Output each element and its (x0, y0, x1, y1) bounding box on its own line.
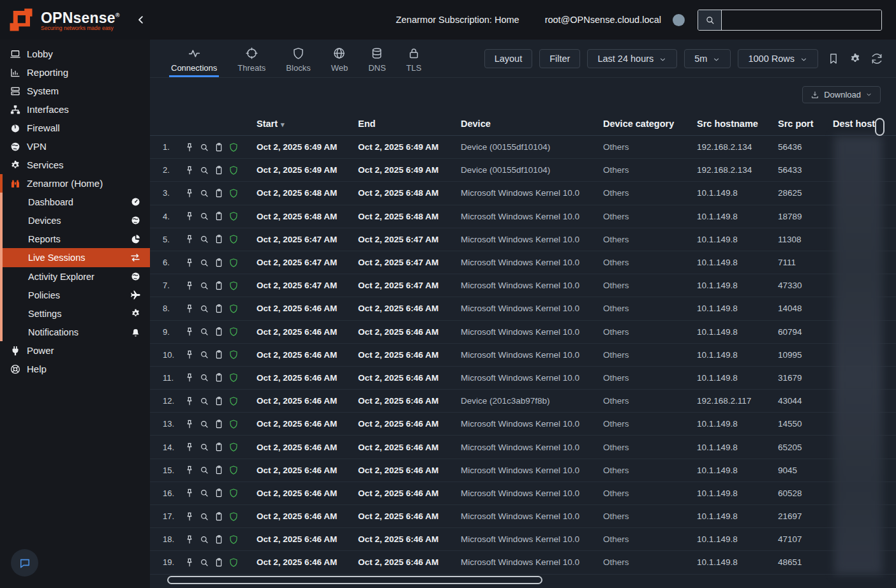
clipboard-icon[interactable] (214, 281, 224, 291)
shield-icon[interactable] (228, 188, 239, 198)
sidebar-item-reporting[interactable]: Reporting (0, 63, 150, 82)
download-button[interactable]: Download (802, 86, 881, 103)
layout-button[interactable]: Layout (484, 49, 533, 68)
col-header-end[interactable]: End (358, 119, 461, 129)
pin-icon[interactable] (184, 281, 195, 291)
search-input[interactable] (722, 10, 881, 30)
sidebar-collapse-button[interactable] (135, 14, 147, 26)
horizontal-scrollbar-thumb[interactable] (167, 576, 542, 584)
tab-threats[interactable]: Threats (235, 40, 267, 77)
inspect-icon[interactable] (199, 281, 209, 291)
inspect-icon[interactable] (199, 465, 209, 475)
pin-icon[interactable] (184, 534, 195, 545)
tab-dns[interactable]: DNS (366, 40, 387, 77)
pin-icon[interactable] (184, 349, 195, 360)
inspect-icon[interactable] (199, 511, 209, 522)
sidebar-item-power[interactable]: Power (0, 341, 150, 360)
pin-icon[interactable] (184, 211, 195, 221)
table-row[interactable]: 4. Oct 2, 2025 6:48 AM Oct 2, 2025 6:48 … (150, 205, 896, 228)
rows-dropdown[interactable]: 1000 Rows (738, 49, 818, 68)
shield-icon[interactable] (228, 211, 239, 221)
status-dot[interactable] (673, 14, 685, 26)
shield-icon[interactable] (228, 281, 239, 291)
shield-icon[interactable] (228, 442, 239, 452)
table-row[interactable]: 7. Oct 2, 2025 6:47 AM Oct 2, 2025 6:47 … (150, 274, 896, 297)
clipboard-icon[interactable] (214, 165, 224, 175)
sidebar-item-system[interactable]: System (0, 82, 150, 100)
interval-dropdown[interactable]: 5m (684, 49, 731, 68)
shield-icon[interactable] (228, 165, 239, 175)
col-header-device[interactable]: Device (461, 119, 603, 129)
pin-icon[interactable] (184, 327, 195, 337)
inspect-icon[interactable] (199, 327, 209, 337)
settings-gear-icon[interactable] (849, 52, 862, 65)
table-row[interactable]: 13. Oct 2, 2025 6:46 AM Oct 2, 2025 6:46… (150, 413, 896, 436)
clipboard-icon[interactable] (214, 211, 224, 221)
clipboard-icon[interactable] (214, 258, 224, 268)
clipboard-icon[interactable] (214, 511, 224, 522)
clipboard-icon[interactable] (214, 349, 224, 360)
sidebar-item-zenarmor[interactable]: Zenarmor (Home) (0, 174, 150, 193)
table-row[interactable]: 5. Oct 2, 2025 6:47 AM Oct 2, 2025 6:47 … (150, 228, 896, 251)
table-row[interactable]: 10. Oct 2, 2025 6:46 AM Oct 2, 2025 6:46… (150, 344, 896, 367)
clipboard-icon[interactable] (214, 534, 224, 545)
sidebar-item-dashboard[interactable]: Dashboard (0, 193, 150, 211)
shield-icon[interactable] (228, 234, 239, 244)
table-row[interactable]: 17. Oct 2, 2025 6:46 AM Oct 2, 2025 6:46… (150, 505, 896, 528)
shield-icon[interactable] (228, 372, 239, 383)
pin-icon[interactable] (184, 304, 195, 314)
tab-web[interactable]: Web (329, 40, 350, 77)
clipboard-icon[interactable] (214, 234, 224, 244)
sidebar-item-lobby[interactable]: Lobby (0, 45, 150, 63)
table-row[interactable]: 19. Oct 2, 2025 6:46 AM Oct 2, 2025 6:46… (150, 551, 896, 574)
opnsense-logo[interactable]: OPNsense® Securing networks made easy (8, 6, 120, 33)
sidebar-item-interfaces[interactable]: Interfaces (0, 100, 150, 119)
pin-icon[interactable] (184, 511, 195, 522)
clipboard-icon[interactable] (214, 419, 224, 429)
shield-icon[interactable] (228, 511, 239, 522)
clipboard-icon[interactable] (214, 372, 224, 383)
inspect-icon[interactable] (199, 211, 209, 221)
bookmark-icon[interactable] (827, 52, 840, 65)
inspect-icon[interactable] (199, 304, 209, 314)
sidebar-item-devices[interactable]: Devices (0, 211, 150, 230)
pin-icon[interactable] (184, 557, 195, 568)
col-header-src-hostname[interactable]: Src hostname (697, 119, 778, 129)
pin-icon[interactable] (184, 465, 195, 475)
pin-icon[interactable] (184, 188, 195, 198)
col-header-start[interactable]: Start▾ (257, 119, 358, 129)
table-row[interactable]: 1. Oct 2, 2025 6:49 AM Oct 2, 2025 6:49 … (150, 136, 896, 159)
pin-icon[interactable] (184, 165, 195, 175)
shield-icon[interactable] (228, 304, 239, 314)
inspect-icon[interactable] (199, 442, 209, 452)
inspect-icon[interactable] (199, 188, 209, 198)
sidebar-item-help[interactable]: Help (0, 360, 150, 378)
shield-icon[interactable] (228, 419, 239, 429)
inspect-icon[interactable] (199, 349, 209, 360)
time-range-dropdown[interactable]: Last 24 hours (587, 49, 677, 68)
inspect-icon[interactable] (199, 419, 209, 429)
logged-in-user[interactable]: root@OPNsense.cloud.local (545, 15, 661, 25)
clipboard-icon[interactable] (214, 142, 224, 152)
col-header-device-category[interactable]: Device category (603, 119, 697, 129)
pin-icon[interactable] (184, 142, 195, 152)
inspect-icon[interactable] (199, 234, 209, 244)
sidebar-item-policies[interactable]: Policies (0, 286, 150, 304)
clipboard-icon[interactable] (214, 442, 224, 452)
shield-icon[interactable] (228, 349, 239, 360)
table-row[interactable]: 12. Oct 2, 2025 6:46 AM Oct 2, 2025 6:46… (150, 390, 896, 413)
vertical-scrollbar-thumb[interactable] (875, 118, 885, 136)
sidebar-item-live-sessions[interactable]: Live Sessions (0, 248, 150, 267)
table-row[interactable]: 9. Oct 2, 2025 6:46 AM Oct 2, 2025 6:46 … (150, 321, 896, 344)
inspect-icon[interactable] (199, 488, 209, 498)
shield-icon[interactable] (228, 557, 239, 568)
sidebar-item-vpn[interactable]: VPN (0, 137, 150, 156)
filter-button[interactable]: Filter (539, 49, 580, 68)
clipboard-icon[interactable] (214, 304, 224, 314)
clipboard-icon[interactable] (214, 396, 224, 406)
table-row[interactable]: 15. Oct 2, 2025 6:46 AM Oct 2, 2025 6:46… (150, 459, 896, 482)
shield-icon[interactable] (228, 396, 239, 406)
pin-icon[interactable] (184, 258, 195, 268)
search-icon[interactable] (698, 10, 722, 30)
shield-icon[interactable] (228, 534, 239, 545)
